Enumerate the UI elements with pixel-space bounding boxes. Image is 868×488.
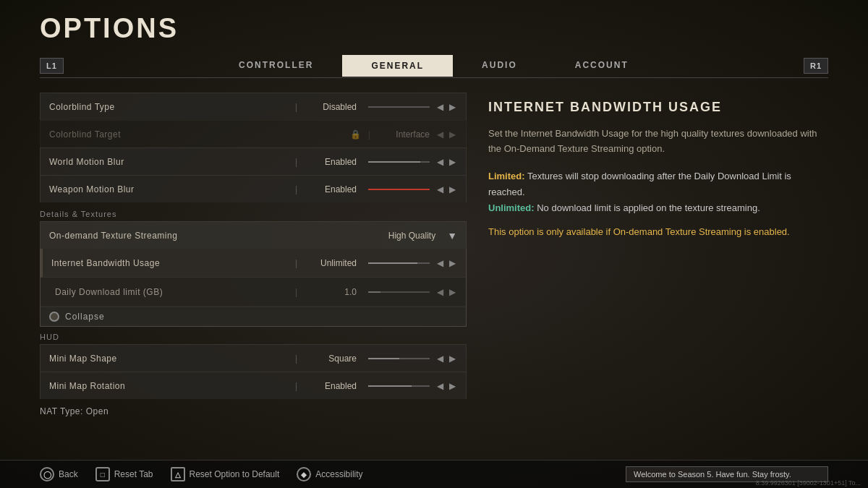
colorblind-type-value: Disabled [299,102,357,112]
dropdown-arrow-icon[interactable]: ▼ [447,230,457,241]
arrow-left-icon[interactable]: ◀ [435,258,445,268]
mini-map-rotation-arrows[interactable]: ◀ ▶ [435,381,457,391]
page-title: OPTIONS [40,13,828,44]
colorblind-type-label: Colorblind Type [49,102,294,112]
arrow-right-icon[interactable]: ▶ [448,354,457,364]
back-button[interactable]: ◯ Back [40,467,78,481]
daily-download-value: 1.0 [299,287,357,297]
tab-audio[interactable]: AudIo [453,54,546,77]
internet-bandwidth-row[interactable]: Internet Bandwidth Usage | Unlimited ◀ ▶ [41,249,466,278]
mini-map-shape-slider [368,358,430,359]
colorblind-target-label: Colorblind Target [49,129,350,140]
accessibility-icon: ◆ [297,467,311,481]
info-warning: This option is only available if On-dema… [488,225,828,240]
arrow-left-icon[interactable]: ◀ [435,102,445,112]
mini-map-shape-arrows[interactable]: ◀ ▶ [435,354,457,364]
weapon-motion-blur-arrows[interactable]: ◀ ▶ [435,184,457,194]
reset-option-icon: △ [171,467,185,481]
weapon-motion-blur-row: Weapon Motion Blur | Enabled ◀ ▶ [40,175,467,202]
dropdown-expanded: Internet Bandwidth Usage | Unlimited ◀ ▶… [40,249,467,327]
world-motion-blur-value: Enabled [299,157,357,167]
collapse-label: Collapse [65,312,105,322]
arrow-left-icon: ◀ [435,287,445,297]
arrow-right-icon[interactable]: ▶ [448,184,457,194]
r1-button[interactable]: R1 [804,58,828,74]
daily-download-row: Daily Download limit (GB) | 1.0 ◀ ▶ [41,278,466,307]
weapon-motion-blur-slider [368,189,430,190]
arrow-right-icon[interactable]: ▶ [448,157,457,167]
info-title: INTERNET BANDWIDTH USAGE [488,100,828,115]
tabs-bar: L1 CONTROLLER GENERAL AudIo AccounT R1 [40,54,828,78]
info-description: Set the Internet Bandwidth Usage for the… [488,127,828,157]
mini-map-shape-label: Mini Map Shape [49,354,294,364]
weapon-motion-blur-label: Weapon Motion Blur [49,184,294,194]
internet-bandwidth-label: Internet Bandwidth Usage [51,258,294,268]
mini-map-shape-row: Mini Map Shape | Square ◀ ▶ [40,344,467,372]
lock-icon: 🔒 [350,129,361,140]
accessibility-label: Accessibility [315,469,362,479]
texture-streaming-row[interactable]: On-demand Texture Streaming High Quality… [40,221,467,249]
tab-account[interactable]: AccounT [546,54,658,77]
arrow-right-icon: ▶ [448,129,457,140]
arrow-left-icon: ◀ [435,129,445,140]
mini-map-rotation-row: Mini Map Rotation | Enabled ◀ ▶ [40,372,467,399]
collapse-row[interactable]: Collapse [41,307,466,326]
mini-map-rotation-slider [368,385,430,387]
arrow-right-icon[interactable]: ▶ [448,381,457,391]
info-panel: INTERNET BANDWIDTH USAGE Set the Interne… [488,93,828,445]
world-motion-blur-label: World Motion Blur [49,157,294,167]
mini-map-shape-value: Square [299,354,357,364]
reset-option-button[interactable]: △ Reset Option to Default [171,467,280,481]
internet-bandwidth-arrows[interactable]: ◀ ▶ [435,258,457,268]
reset-tab-label: Reset Tab [114,469,153,479]
daily-download-label: Daily Download limit (GB) [55,287,294,297]
news-text: Welcome to Season 5. Have fun. Stay fros… [634,470,791,479]
tab-general[interactable]: GENERAL [342,55,453,77]
texture-streaming-label: On-demand Texture Streaming [49,231,378,241]
section-details-label: Details & Textures [40,202,467,221]
reset-tab-icon: □ [95,467,110,481]
colorblind-type-arrows[interactable]: ◀ ▶ [435,102,457,112]
reset-option-label: Reset Option to Default [190,469,280,479]
arrow-right-icon[interactable]: ▶ [448,102,457,112]
nat-type: NAT Type: Open [40,406,467,416]
colorblind-type-slider [368,106,430,108]
arrow-left-icon[interactable]: ◀ [435,184,445,194]
arrow-left-icon[interactable]: ◀ [435,157,445,167]
limited-text: Textures will stop downloading after the… [488,171,791,197]
limited-label: Limited: [488,171,525,181]
internet-bandwidth-slider [368,262,430,264]
daily-download-slider [368,291,430,293]
reset-tab-button[interactable]: □ Reset Tab [95,467,153,481]
accessibility-button[interactable]: ◆ Accessibility [297,467,362,481]
colorblind-target-row: Colorblind Target 🔒 | Interface ◀ ▶ [40,120,467,147]
internet-bandwidth-value: Unlimited [299,258,357,268]
mini-map-rotation-value: Enabled [299,381,357,391]
colorblind-target-arrows: ◀ ▶ [435,129,457,140]
collapse-circle-icon [49,312,59,322]
back-label: Back [59,469,78,479]
header: OPTIONS L1 CONTROLLER GENERAL AudIo Acco… [0,0,868,78]
back-icon: ◯ [40,467,54,481]
bottom-bar: ◯ Back □ Reset Tab △ Reset Option to Def… [0,460,868,488]
tab-controller[interactable]: CONTROLLER [210,54,342,77]
daily-download-arrows: ◀ ▶ [435,287,457,297]
world-motion-blur-row: World Motion Blur | Enabled ◀ ▶ [40,147,467,175]
unlimited-text: No download limit is applied on the text… [537,202,760,213]
coords-display: 8.39.9926301 [39002-1301+51] To... [756,479,861,487]
colorblind-type-row: Colorblind Type | Disabled ◀ ▶ [40,93,467,120]
arrow-left-icon[interactable]: ◀ [435,354,445,364]
world-motion-blur-arrows[interactable]: ◀ ▶ [435,157,457,167]
settings-panel: Colorblind Type | Disabled ◀ ▶ Colorblin… [40,93,467,445]
info-limited: Limited: Textures will stop downloading … [488,168,828,216]
content-area: Colorblind Type | Disabled ◀ ▶ Colorblin… [0,78,868,460]
world-motion-blur-slider [368,161,430,163]
arrow-left-icon[interactable]: ◀ [435,381,445,391]
colorblind-target-value: Interface [372,129,430,140]
arrow-right-icon: ▶ [448,287,457,297]
arrow-right-icon[interactable]: ▶ [448,258,457,268]
mini-map-rotation-label: Mini Map Rotation [49,381,294,391]
texture-streaming-value: High Quality [378,231,435,241]
l1-button[interactable]: L1 [40,58,64,74]
weapon-motion-blur-value: Enabled [299,184,357,194]
